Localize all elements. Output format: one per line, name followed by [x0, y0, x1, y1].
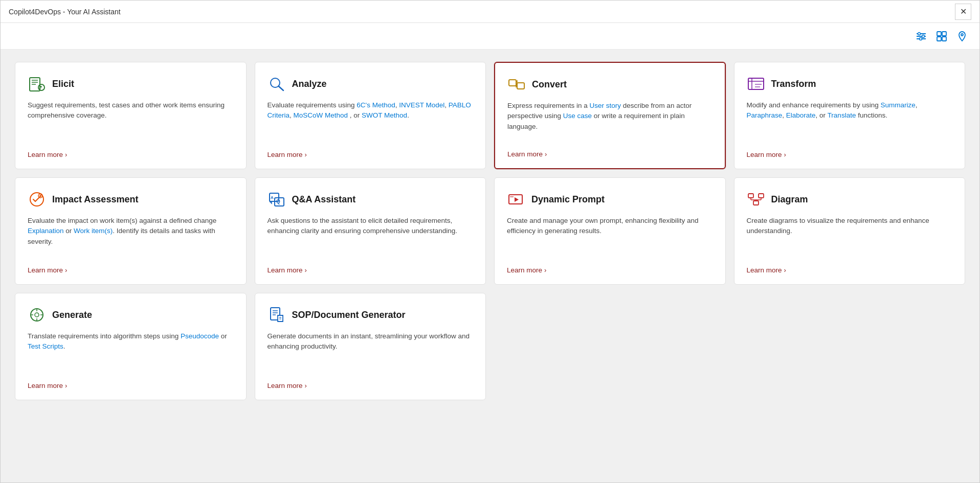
link-explanation[interactable]: Explanation: [28, 227, 64, 235]
link-paraphrase[interactable]: Paraphrase: [747, 111, 783, 119]
svg-rect-21: [517, 83, 524, 89]
svg-rect-22: [748, 78, 764, 89]
impact-learn-more[interactable]: Learn more ›: [28, 266, 234, 274]
impact-arrow: ›: [65, 266, 67, 274]
generate-learn-more[interactable]: Learn more ›: [28, 382, 234, 389]
main-content: ? Elicit Suggest requirements, test case…: [1, 50, 979, 482]
svg-line-19: [278, 86, 283, 91]
card-qa[interactable]: Q A Q&A Assistant Ask questions to the a…: [255, 177, 486, 285]
svg-point-5: [920, 37, 922, 40]
card-diagram-header: Diagram: [747, 190, 953, 209]
card-analyze[interactable]: Analyze Evaluate requirements using 6C's…: [255, 62, 486, 169]
svg-marker-34: [515, 197, 519, 202]
elicit-icon: ?: [28, 75, 46, 93]
dynamic-title: Dynamic Prompt: [531, 194, 605, 205]
diagram-icon: [747, 190, 765, 209]
link-test-scripts[interactable]: Test Scripts: [28, 342, 63, 350]
dynamic-learn-more[interactable]: Learn more ›: [507, 266, 713, 274]
svg-text:A: A: [271, 195, 274, 200]
convert-description: Express requirements in a User story des…: [507, 101, 712, 141]
elicit-learn-more[interactable]: Learn more ›: [28, 151, 234, 158]
analyze-learn-more[interactable]: Learn more ›: [268, 151, 474, 158]
transform-description: Modify and enhance requirements by using…: [747, 100, 953, 142]
card-impact-header: Impact Assessment: [28, 190, 234, 209]
cards-grid: ? Elicit Suggest requirements, test case…: [15, 62, 965, 400]
generate-icon: [28, 306, 46, 324]
svg-rect-36: [748, 194, 753, 198]
link-invest[interactable]: INVEST Model: [399, 101, 444, 109]
impact-icon: [28, 190, 46, 209]
card-generate-header: Generate: [28, 306, 234, 324]
svg-point-4: [922, 35, 925, 37]
link-6cs[interactable]: 6C's Method: [357, 101, 395, 109]
link-use-case[interactable]: Use case: [563, 112, 592, 120]
card-impact[interactable]: Impact Assessment Evaluate the impact on…: [15, 177, 247, 285]
card-transform[interactable]: Transform Modify and enhance requirement…: [734, 62, 966, 169]
convert-title: Convert: [532, 79, 567, 90]
sop-description: Generate documents in an instant, stream…: [268, 331, 474, 373]
diagram-learn-more[interactable]: Learn more ›: [747, 266, 953, 274]
diagram-title: Diagram: [771, 194, 808, 205]
card-qa-header: Q A Q&A Assistant: [268, 190, 474, 209]
card-diagram[interactable]: Diagram Create diagrams to visualize the…: [734, 177, 966, 285]
sop-learn-more[interactable]: Learn more ›: [268, 382, 474, 389]
svg-rect-7: [942, 32, 946, 36]
dynamic-arrow: ›: [544, 266, 546, 274]
qa-description: Ask questions to the assistant to elicit…: [268, 216, 474, 257]
card-generate[interactable]: Generate Translate requirements into alg…: [15, 293, 247, 400]
sop-title: SOP/Document Generator: [292, 310, 406, 320]
analyze-title: Analyze: [292, 79, 327, 89]
impact-title: Impact Assessment: [52, 194, 138, 205]
card-elicit-header: ? Elicit: [28, 75, 234, 93]
diagram-arrow: ›: [784, 266, 786, 274]
filter-icon[interactable]: [914, 29, 928, 43]
card-transform-header: Transform: [747, 75, 953, 93]
window-title: Copilot4DevOps - Your AI Assistant: [9, 8, 121, 16]
card-sop[interactable]: SOP/Document Generator Generate document…: [255, 293, 486, 400]
dynamic-icon: [507, 190, 525, 209]
transform-icon: [747, 75, 765, 93]
link-translate[interactable]: Translate: [828, 111, 856, 119]
toolbar: [1, 23, 979, 50]
dynamic-description: Create and manage your own prompt, enhan…: [507, 216, 713, 257]
generate-description: Translate requirements into algorithm st…: [28, 331, 234, 373]
link-swot[interactable]: SWOT Method: [362, 111, 407, 119]
convert-icon: [507, 75, 526, 94]
link-workitems[interactable]: Work item(s): [74, 227, 113, 235]
card-elicit[interactable]: ? Elicit Suggest requirements, test case…: [15, 62, 247, 169]
close-button[interactable]: ✕: [955, 4, 971, 20]
transform-arrow: ›: [784, 151, 786, 158]
sop-icon: [268, 306, 286, 324]
settings-icon[interactable]: [934, 29, 949, 43]
svg-rect-38: [753, 201, 759, 205]
sop-arrow: ›: [305, 382, 307, 389]
card-convert[interactable]: Convert Express requirements in a User s…: [494, 62, 726, 169]
card-dynamic-header: Dynamic Prompt: [507, 190, 713, 209]
svg-rect-6: [937, 32, 941, 36]
transform-learn-more[interactable]: Learn more ›: [747, 151, 953, 158]
analyze-arrow: ›: [305, 151, 307, 158]
link-summarize[interactable]: Summarize: [880, 101, 915, 109]
link-moscow[interactable]: MoSCoW Method: [294, 111, 348, 119]
elicit-description: Suggest requirements, test cases and oth…: [28, 100, 234, 142]
location-icon[interactable]: [955, 29, 969, 43]
svg-rect-37: [759, 194, 764, 198]
svg-text:Q: Q: [276, 199, 280, 204]
link-user-story[interactable]: User story: [590, 102, 621, 109]
generate-arrow: ›: [65, 382, 67, 389]
svg-rect-8: [937, 37, 941, 41]
transform-title: Transform: [771, 79, 816, 89]
link-elaborate[interactable]: Elaborate: [786, 111, 816, 119]
convert-learn-more[interactable]: Learn more ›: [507, 150, 712, 158]
qa-learn-more[interactable]: Learn more ›: [268, 266, 474, 274]
convert-arrow: ›: [545, 150, 547, 158]
main-window: Copilot4DevOps - Your AI Assistant ✕: [0, 0, 980, 483]
qa-icon: Q A: [268, 190, 286, 209]
card-dynamic[interactable]: Dynamic Prompt Create and manage your ow…: [494, 177, 726, 285]
link-pseudocode[interactable]: Pseudocode: [181, 332, 219, 340]
qa-title: Q&A Assistant: [292, 194, 356, 205]
elicit-title: Elicit: [52, 79, 74, 89]
generate-title: Generate: [52, 310, 92, 320]
card-sop-header: SOP/Document Generator: [268, 306, 474, 324]
svg-rect-20: [509, 80, 516, 86]
